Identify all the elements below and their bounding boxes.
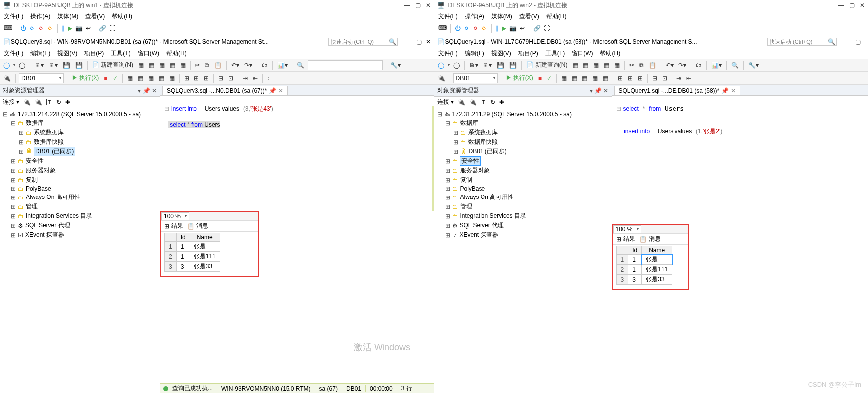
connect-dropdown[interactable]: 连接 ▾ [3,98,19,106]
mdx-icon[interactable]: ▦ [158,62,166,69]
ssms-close-icon[interactable]: ✕ [426,38,431,45]
menu-view[interactable]: 视图(V) [491,49,511,58]
cut-icon[interactable]: ✂ [628,62,636,69]
ssis-node[interactable]: ⊞🗀Integration Services 目录 [1,211,159,221]
fullscreen-icon[interactable]: ⛶ [544,25,550,32]
vm-menu-file[interactable]: 文件(F) [438,12,458,21]
engine-query-icon[interactable]: ▦ [571,62,579,69]
polybase-node[interactable]: ⊞🗀PolyBase [1,185,159,193]
activity-icon[interactable]: 📊▾ [276,62,289,69]
zoom-combo[interactable]: 100 %▾ [161,212,189,220]
tb-filter-icon[interactable]: ↻ [56,99,61,106]
checkpoint-icon[interactable]: 📷 [509,25,517,32]
menu-tools[interactable]: 工具(T) [545,49,565,58]
plan-icon[interactable]: ▦ [126,75,134,82]
databases-node[interactable]: ⊟🗀数据库 [435,118,611,128]
ssms-max-icon[interactable]: ▢ [855,38,861,45]
menu-help[interactable]: 帮助(H) [166,49,187,58]
share-icon[interactable]: 🔗 [99,25,106,32]
shutdown-icon[interactable]: ⭘ [29,25,35,32]
security-node[interactable]: ⊞🗀安全性 [1,156,159,166]
editor-tab[interactable]: SQLQuery3.sql -...N0.DB01 (sa (67))*📌✕ [162,86,288,95]
vm-menu-view[interactable]: 查看(V) [85,12,105,21]
as-query-icon[interactable]: ▦ [147,62,156,69]
stop-button[interactable]: ■ [102,75,109,82]
maximize-icon[interactable]: ▢ [849,2,855,9]
pin-icon[interactable]: ▾ 📌 ✕ [138,87,157,94]
vm-menu-view[interactable]: 查看(V) [519,12,539,21]
stop-icon[interactable]: ⭘ [473,25,479,32]
sysdb-node[interactable]: ⊞🗀系统数据库 [1,128,159,137]
pause-icon[interactable]: ∥ [62,25,65,32]
management-node[interactable]: ⊞🗀管理 [1,202,159,211]
redo-icon[interactable]: ↷▾ [677,62,688,69]
close-icon[interactable]: ✕ [426,2,431,9]
menu-window[interactable]: 窗口(W) [572,49,593,58]
management-node[interactable]: ⊞🗀管理 [435,202,611,211]
xmla-icon[interactable]: ▦ [613,62,621,69]
vm-menu-file[interactable]: 文件(F) [4,12,23,21]
results-tab[interactable]: ⊞结果 [164,222,183,230]
maximize-icon[interactable]: ▢ [415,2,421,9]
database-combo[interactable]: DB01▾ [19,73,64,83]
include-plan-icon[interactable]: ▦ [157,75,166,82]
undo-icon[interactable]: ↶▾ [664,62,675,69]
editor-tab[interactable]: SQLQuery1.sql -...DE.DB01 (sa (58))*📌✕ [614,86,741,95]
find-icon[interactable]: 🔍 [295,62,306,69]
open-icon[interactable]: 🗎▾ [482,62,493,69]
tb-stop-icon[interactable]: 🅃 [46,99,52,106]
ctrl-alt-del-icon[interactable]: ⌨ [438,24,446,32]
agent-node[interactable]: ⊞⚙SQL Server 代理 [435,221,611,230]
mdx-icon[interactable]: ▦ [592,62,600,69]
messages-tab[interactable]: 📋消息 [639,235,661,243]
security-node[interactable]: ⊞🗀安全性 [435,156,611,166]
parse-icon[interactable]: ✓ [545,75,553,82]
server-objects-node[interactable]: ⊞🗀服务器对象 [435,166,611,175]
ctrl-alt-del-icon[interactable]: ⌨ [4,24,12,32]
find-combo[interactable] [308,60,383,70]
solution-icon[interactable]: 🗂 [694,62,703,69]
open-icon[interactable]: 🗎▾ [47,62,59,69]
tab-close-icon[interactable]: ✕ [731,87,736,94]
specify-icon[interactable]: ≔ [266,75,275,82]
dmx-icon[interactable]: ▦ [168,62,177,69]
forward-icon[interactable]: ◯ [452,62,461,69]
minimize-icon[interactable]: — [838,2,844,9]
tools-icon[interactable]: 🔧▾ [389,62,402,69]
start-icon[interactable]: ⏻ [20,25,26,32]
server-node[interactable]: ⊟🖧172.31.214.228 (SQL Server 15.0.2000.5… [1,110,159,118]
activity-icon[interactable]: 📊▾ [710,62,723,69]
xmla-icon[interactable]: ▦ [179,62,187,69]
replication-node[interactable]: ⊞🗀复制 [1,175,159,185]
share-icon[interactable]: 🔗 [533,25,541,32]
menu-edit[interactable]: 编辑(E) [30,49,50,58]
vm-menu-media[interactable]: 媒体(M) [57,12,78,21]
save-icon[interactable]: 💾 [74,62,84,69]
tb-stop-icon[interactable]: 🅃 [481,99,486,106]
back-icon[interactable]: ◯ [2,62,11,69]
alwayson-node[interactable]: ⊞🗀Always On 高可用性 [435,193,611,202]
execute-button[interactable]: ▶ 执行(X) [504,74,535,82]
close-icon[interactable]: ✕ [860,2,865,9]
paste-icon[interactable]: 📋 [213,62,223,69]
results-file-icon[interactable]: ⊞ [202,75,210,82]
new-proj-icon[interactable]: 🗎▾ [468,62,480,69]
indent-icon[interactable]: ⇥ [675,75,683,82]
tb-disconnect-icon[interactable]: 🔌 [469,99,477,106]
comment-icon[interactable]: ⊟ [651,75,659,82]
ssis-node[interactable]: ⊞🗀Integration Services 目录 [435,211,611,221]
connect-dropdown[interactable]: 连接 ▾ [437,98,454,106]
tb-disconnect-icon[interactable]: 🔌 [35,99,42,106]
databases-node[interactable]: ⊟🗀数据库 [1,118,159,128]
new-proj-icon[interactable]: 🗎▾ [33,62,45,69]
save-icon[interactable]: ⭘ [482,25,487,32]
tools-icon[interactable]: 🔧▾ [747,62,760,69]
solution-icon[interactable]: 🗂 [260,62,269,69]
snapshot-node[interactable]: ⊞🗀数据库快照 [1,137,159,147]
save-all-icon[interactable]: 💾 [61,62,72,69]
polybase-node[interactable]: ⊞🗀PolyBase [435,185,611,193]
tb-connect-icon[interactable]: 🔌 [23,99,31,106]
ssms-min-icon[interactable]: — [406,38,412,45]
save-icon[interactable]: ⭘ [47,25,53,32]
quick-launch-input[interactable] [328,38,398,46]
